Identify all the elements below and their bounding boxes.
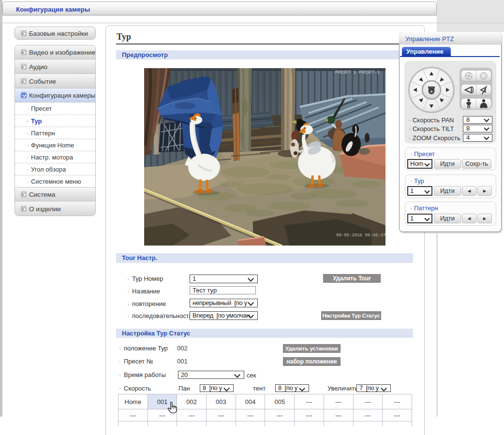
svg-text:PRESET 1 PRESET-1: PRESET 1 PRESET-1 xyxy=(335,70,380,75)
svg-text:09-05-2018 09:46:47: 09-05-2018 09:46:47 xyxy=(336,233,385,238)
